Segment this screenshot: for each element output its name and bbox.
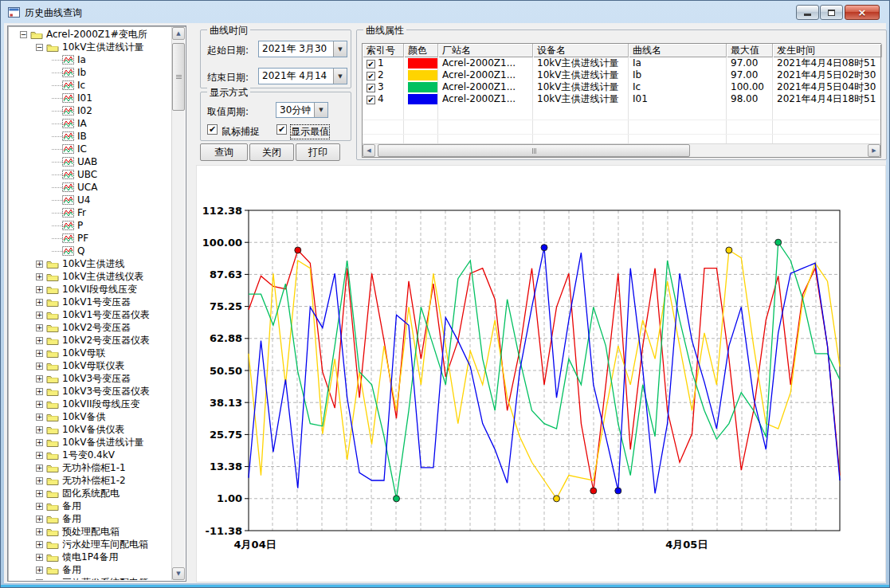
expand-icon[interactable]: + (36, 490, 43, 497)
tree-item-curve-9[interactable]: IC (9, 143, 171, 155)
grid-scroll-thumb[interactable] (378, 144, 690, 157)
tree-item-folder-39[interactable]: +预处理配电箱 (9, 525, 171, 538)
chevron-down-icon[interactable]: ▼ (333, 41, 347, 57)
tree-item-curve-14[interactable]: Fr (9, 206, 171, 219)
expand-icon[interactable]: + (36, 477, 43, 484)
tree-item-curve-8[interactable]: IB (9, 130, 171, 143)
tree-item-folder-36[interactable]: +固化系统配电 (9, 487, 171, 500)
expand-icon[interactable]: + (36, 363, 43, 370)
tree-vertical-scrollbar[interactable]: ▲ ▼ (171, 27, 185, 580)
expand-icon[interactable]: + (36, 273, 43, 280)
tree-item-folder-29[interactable]: +10kVII段母线压变 (9, 398, 171, 410)
expand-icon[interactable]: + (36, 414, 43, 421)
tree-item-folder-33[interactable]: +1号变0.4kV (9, 449, 171, 461)
tree-item-curve-6[interactable]: I02 (9, 104, 171, 117)
tree-item-curve-13[interactable]: U4 (9, 194, 171, 206)
table-row-I01[interactable]: ✔4Acrel-2000Z1...10kV主供进线计量I0198.002021年… (363, 93, 880, 105)
row-checkbox[interactable]: ✔ (367, 84, 375, 92)
expand-icon[interactable]: + (36, 426, 43, 433)
tree-item-folder-27[interactable]: +10kV3号变压器 (9, 372, 171, 385)
table-row-Ic[interactable]: ✔3Acrel-2000Z1...10kV主供进线计量Ic100.002021年… (363, 81, 880, 93)
start-date-combo[interactable]: 2021年 3月30 ▼ (258, 41, 347, 57)
grid-horizontal-scrollbar[interactable]: ◀ ▶ (363, 143, 880, 157)
expand-icon[interactable]: + (36, 337, 43, 344)
expand-icon[interactable]: + (36, 579, 43, 581)
tree-item-folder-37[interactable]: +备用 (9, 500, 171, 512)
scroll-down-icon[interactable]: ▼ (172, 567, 185, 580)
period-combo[interactable]: 30分钟 ▼ (276, 102, 328, 118)
chevron-down-icon[interactable]: ▼ (314, 103, 327, 117)
scroll-up-icon[interactable]: ▲ (172, 27, 185, 40)
expand-icon[interactable]: + (36, 401, 43, 408)
expand-icon[interactable]: + (36, 439, 43, 446)
tree-item-folder-35[interactable]: +无功补偿柜1-2 (9, 474, 171, 487)
expand-icon[interactable]: + (36, 324, 43, 331)
tree-item-folder-25[interactable]: +10kV母联 (9, 347, 171, 359)
expand-icon[interactable]: + (36, 350, 43, 357)
expand-icon[interactable]: + (36, 375, 43, 382)
tree-item-folder-20[interactable]: +10kVI段母线压变 (9, 283, 171, 296)
tree-item-folder-18[interactable]: +10kV主供进线 (9, 257, 171, 270)
tree-item-folder-43[interactable]: +三效蒸发系统配电箱 (9, 576, 171, 580)
show-extremes-checkbox[interactable]: ✔ (276, 124, 287, 135)
row-checkbox[interactable]: ✔ (367, 96, 375, 104)
expand-icon[interactable]: + (36, 452, 43, 459)
end-date-combo[interactable]: 2021年 4月14 ▼ (258, 68, 347, 84)
collapse-icon[interactable]: − (20, 31, 27, 38)
tree-item-folder-42[interactable]: +备用 (9, 563, 171, 576)
mouse-capture-label[interactable]: 鼠标捕捉 (222, 125, 260, 139)
tree-item-folder-22[interactable]: +10kV1号变压器仪表 (9, 308, 171, 321)
tree-item-folder-28[interactable]: +10kV3号变压器仪表 (9, 385, 171, 398)
expand-icon[interactable]: + (36, 312, 43, 319)
tree-item-folder-0[interactable]: −Acrel-2000Z1#变电所 (9, 28, 171, 41)
history-curve-chart[interactable]: 112.38100.0087.6375.2562.8850.5038.1325.… (196, 165, 886, 582)
tree-item-curve-5[interactable]: I01 (9, 92, 171, 104)
tree-item-curve-12[interactable]: UCA (9, 181, 171, 194)
row-checkbox[interactable]: ✔ (367, 60, 375, 69)
tree-item-curve-7[interactable]: IA (9, 117, 171, 130)
expand-icon[interactable]: + (36, 541, 43, 548)
tree-item-curve-16[interactable]: PF (9, 232, 171, 245)
tree-item-folder-26[interactable]: +10kV母联仪表 (9, 359, 171, 372)
tree-item-folder-23[interactable]: +10kV2号变压器 (9, 321, 171, 334)
tree-item-folder-32[interactable]: +10kV备供进线计量 (9, 436, 171, 449)
expand-icon[interactable]: + (36, 388, 43, 395)
tree-item-curve-4[interactable]: Ic (9, 79, 171, 92)
expand-icon[interactable]: + (36, 286, 43, 293)
query-button[interactable]: 查询 (200, 143, 248, 161)
titlebar[interactable]: 历史曲线查询 × (1, 1, 889, 23)
table-row-Ib[interactable]: ✔2Acrel-2000Z1...10kV主供进线计量Ib97.002021年4… (363, 69, 880, 81)
minimize-button[interactable] (796, 5, 819, 20)
expand-icon[interactable]: + (36, 261, 43, 268)
tree-item-folder-40[interactable]: +污水处理车间配电箱 (9, 538, 171, 551)
mouse-capture-checkbox[interactable]: ✔ (207, 124, 218, 135)
table-row-Ia[interactable]: ✔1Acrel-2000Z1...10kV主供进线计量Ia97.002021年4… (363, 57, 880, 69)
tree-item-folder-1[interactable]: −10kV主供进线计量 (9, 41, 171, 53)
print-button[interactable]: 打印 (296, 143, 340, 161)
tree-item-curve-17[interactable]: Q (9, 245, 171, 257)
tree-item-folder-24[interactable]: +10kV2号变压器仪表 (9, 334, 171, 347)
collapse-icon[interactable]: − (36, 44, 43, 51)
expand-icon[interactable]: + (36, 465, 43, 472)
chart-svg[interactable]: 112.38100.0087.6375.2562.8850.5038.1325.… (197, 166, 885, 582)
expand-icon[interactable]: + (36, 554, 43, 561)
tree-item-curve-10[interactable]: UAB (9, 155, 171, 168)
expand-icon[interactable]: + (36, 515, 43, 523)
tree-item-curve-3[interactable]: Ib (9, 66, 171, 79)
close-button[interactable]: × (845, 5, 880, 20)
show-extremes-label[interactable]: 显示最值 (291, 125, 329, 139)
expand-icon[interactable]: + (36, 528, 43, 535)
tree-item-curve-11[interactable]: UBC (9, 168, 171, 181)
tree-item-folder-30[interactable]: +10kV备供 (9, 410, 171, 423)
tree-item-folder-34[interactable]: +无功补偿柜1-1 (9, 461, 171, 474)
tree-item-folder-38[interactable]: +备用 (9, 512, 171, 525)
expand-icon[interactable]: + (36, 566, 43, 574)
close-dialog-button[interactable]: 关闭 (249, 143, 294, 161)
expand-icon[interactable]: + (36, 503, 43, 510)
scroll-left-icon[interactable]: ◀ (363, 144, 375, 157)
tree-item-folder-31[interactable]: +10kV备供仪表 (9, 423, 171, 436)
tree-item-folder-21[interactable]: +10kV1号变压器 (9, 296, 171, 308)
tree-item-curve-15[interactable]: P (9, 219, 171, 232)
scroll-right-icon[interactable]: ▶ (868, 144, 880, 157)
tree-item-curve-2[interactable]: Ia (9, 53, 171, 66)
